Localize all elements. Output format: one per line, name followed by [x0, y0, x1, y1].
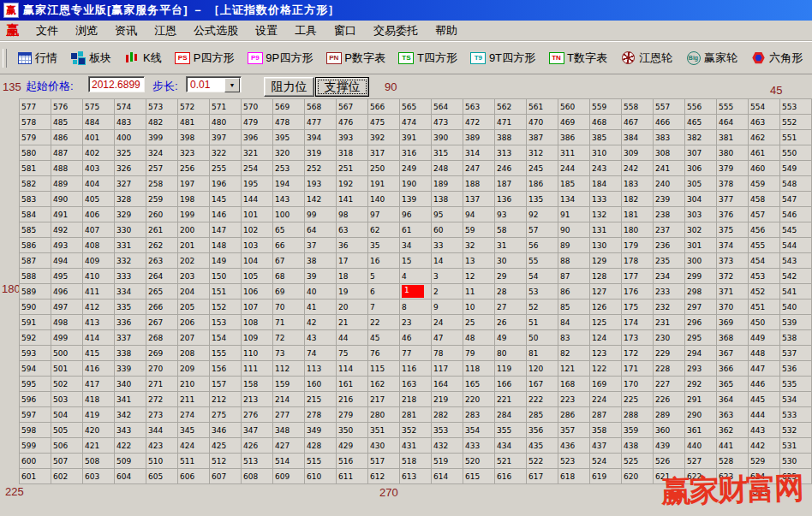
cell-301[interactable]: 301: [685, 238, 717, 253]
cell-185[interactable]: 185: [558, 176, 590, 192]
cell-539[interactable]: 539: [780, 315, 812, 330]
toolbar-t-number-table-button[interactable]: TNT数字表: [542, 49, 614, 68]
cell-303[interactable]: 303: [685, 207, 717, 222]
cell-181[interactable]: 181: [622, 207, 654, 222]
cell-505[interactable]: 505: [51, 423, 83, 438]
cell-565[interactable]: 565: [400, 99, 432, 115]
cell-260[interactable]: 260: [146, 207, 178, 222]
cell-557[interactable]: 557: [654, 99, 685, 115]
cell-468[interactable]: 468: [590, 115, 622, 130]
cell-215[interactable]: 215: [305, 392, 337, 407]
cell-9[interactable]: 9: [432, 300, 463, 315]
cell-272[interactable]: 272: [146, 392, 178, 407]
menu-item-4[interactable]: 公式选股: [185, 21, 247, 40]
cell-551[interactable]: 551: [780, 130, 812, 145]
toolbar-sectors-button[interactable]: 板块: [64, 49, 118, 68]
cell-579[interactable]: 579: [20, 130, 51, 145]
cell-575[interactable]: 575: [83, 99, 115, 115]
cell-387[interactable]: 387: [527, 130, 558, 145]
cell-283[interactable]: 283: [463, 407, 495, 423]
cell-356[interactable]: 356: [527, 423, 558, 438]
cell-473[interactable]: 473: [432, 115, 463, 130]
cell-173[interactable]: 173: [622, 330, 654, 346]
cell-249[interactable]: 249: [400, 161, 432, 176]
cell-95[interactable]: 95: [432, 207, 463, 222]
cell-96[interactable]: 96: [400, 207, 432, 222]
cell-501[interactable]: 501: [51, 361, 83, 377]
cell-617[interactable]: 617: [527, 469, 558, 484]
cell-43[interactable]: 43: [305, 330, 337, 346]
cell-536[interactable]: 536: [780, 361, 812, 377]
cell-16[interactable]: 16: [368, 253, 400, 269]
cell-141[interactable]: 141: [337, 192, 368, 207]
cell-360[interactable]: 360: [654, 423, 685, 438]
cell-17[interactable]: 17: [337, 253, 368, 269]
cell-172[interactable]: 172: [622, 346, 654, 361]
cell-383[interactable]: 383: [654, 130, 685, 145]
cell-192[interactable]: 192: [337, 176, 368, 192]
cell-341[interactable]: 341: [115, 392, 146, 407]
cell-398[interactable]: 398: [178, 130, 210, 145]
cell-119[interactable]: 119: [495, 361, 527, 377]
cell-267[interactable]: 267: [146, 315, 178, 330]
cell-80[interactable]: 80: [495, 346, 527, 361]
cell-545[interactable]: 545: [780, 222, 812, 238]
cell-48[interactable]: 48: [463, 330, 495, 346]
cell-480[interactable]: 480: [210, 115, 242, 130]
cell-469[interactable]: 469: [558, 115, 590, 130]
cell-339[interactable]: 339: [115, 361, 146, 377]
cell-521[interactable]: 521: [495, 454, 527, 469]
cell-30[interactable]: 30: [495, 253, 527, 269]
cell-133[interactable]: 133: [590, 192, 622, 207]
cell-263[interactable]: 263: [146, 253, 178, 269]
cell-329[interactable]: 329: [115, 207, 146, 222]
cell-261[interactable]: 261: [146, 222, 178, 238]
cell-148[interactable]: 148: [210, 238, 242, 253]
cell-394[interactable]: 394: [305, 130, 337, 145]
cell-491[interactable]: 491: [51, 207, 83, 222]
cell-77[interactable]: 77: [400, 346, 432, 361]
cell-316[interactable]: 316: [400, 145, 432, 161]
cell-450[interactable]: 450: [749, 315, 780, 330]
cell-576[interactable]: 576: [51, 99, 83, 115]
cell-134[interactable]: 134: [558, 192, 590, 207]
cell-515[interactable]: 515: [305, 454, 337, 469]
cell-591[interactable]: 591: [20, 315, 51, 330]
cell-428[interactable]: 428: [305, 438, 337, 454]
cell-598[interactable]: 598: [20, 423, 51, 438]
cell-577[interactable]: 577: [20, 99, 51, 115]
cell-444[interactable]: 444: [749, 407, 780, 423]
cell-458[interactable]: 458: [749, 192, 780, 207]
cell-342[interactable]: 342: [115, 407, 146, 423]
cell-231[interactable]: 231: [654, 315, 685, 330]
cell-259[interactable]: 259: [146, 192, 178, 207]
cell-278[interactable]: 278: [305, 407, 337, 423]
toolbar-hexagon-button[interactable]: 六角形: [744, 49, 809, 68]
cell-193[interactable]: 193: [305, 176, 337, 192]
cell-244[interactable]: 244: [558, 161, 590, 176]
cell-109[interactable]: 109: [242, 330, 273, 346]
cell-137[interactable]: 137: [463, 192, 495, 207]
cell-300[interactable]: 300: [685, 253, 717, 269]
cell-606[interactable]: 606: [178, 469, 210, 484]
cell-492[interactable]: 492: [51, 222, 83, 238]
cell-70[interactable]: 70: [273, 300, 305, 315]
cell-149[interactable]: 149: [210, 253, 242, 269]
cell-28[interactable]: 28: [495, 284, 527, 300]
cell-467[interactable]: 467: [622, 115, 654, 130]
cell-425[interactable]: 425: [210, 438, 242, 454]
cell-256[interactable]: 256: [178, 161, 210, 176]
cell-431[interactable]: 431: [400, 438, 432, 454]
cell-128[interactable]: 128: [590, 269, 622, 284]
cell-135[interactable]: 135: [527, 192, 558, 207]
cell-460[interactable]: 460: [749, 161, 780, 176]
cell-371[interactable]: 371: [717, 284, 749, 300]
cell-500[interactable]: 500: [51, 346, 83, 361]
cell-11[interactable]: 11: [463, 284, 495, 300]
cell-166[interactable]: 166: [495, 377, 527, 392]
cell-531[interactable]: 531: [780, 438, 812, 454]
cell-64[interactable]: 64: [305, 222, 337, 238]
cell-219[interactable]: 219: [432, 392, 463, 407]
cell-487[interactable]: 487: [51, 145, 83, 161]
cell-359[interactable]: 359: [622, 423, 654, 438]
